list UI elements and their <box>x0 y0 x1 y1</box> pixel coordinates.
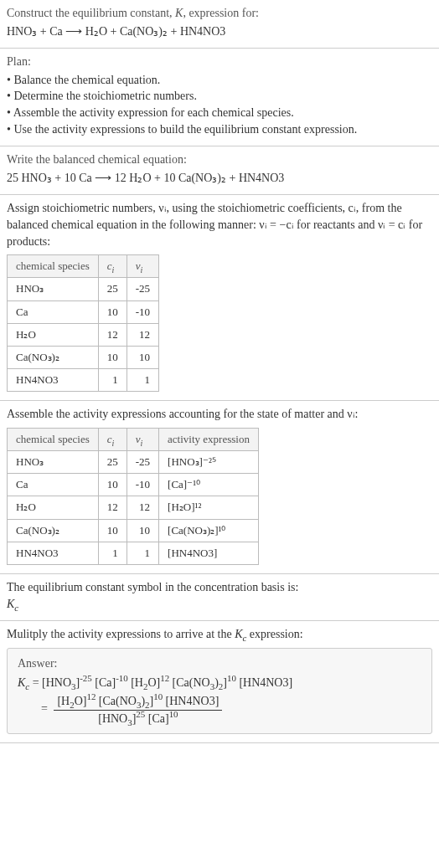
cell-species: Ca(NO₃)₂ <box>8 346 99 368</box>
plan-item: Use the activity expressions to build th… <box>7 121 432 138</box>
cell-species: HN4NO3 <box>8 542 99 564</box>
col-ci: ci <box>98 255 127 278</box>
col-vi: νi <box>127 428 158 450</box>
cell-species: HN4NO3 <box>8 369 99 392</box>
plan-section: Plan: Balance the chemical equation. Det… <box>0 49 439 146</box>
cell-expr: [HN4NO3] <box>159 542 259 564</box>
table-row: Ca(NO₃)₂ 10 10 [Ca(NO₃)₂]¹⁰ <box>8 519 259 542</box>
col-species: chemical species <box>8 255 99 278</box>
col-ci: ci <box>98 428 127 450</box>
cell-expr: [Ca]⁻¹⁰ <box>159 474 259 496</box>
stoich-section: Assign stoichiometric numbers, νᵢ, using… <box>0 195 439 401</box>
cell-vi: 1 <box>127 369 158 392</box>
col-expr: activity expression <box>159 428 259 450</box>
multiply-section: Mulitply the activity expressions to arr… <box>0 621 439 743</box>
table-row: Ca 10 -10 [Ca]⁻¹⁰ <box>8 474 259 496</box>
balanced-label: Write the balanced chemical equation: <box>7 152 432 168</box>
cell-vi: -25 <box>127 451 158 474</box>
cell-vi: 10 <box>127 346 158 368</box>
stoich-intro: Assign stoichiometric numbers, νᵢ, using… <box>7 200 432 249</box>
plan-item: Determine the stoichiometric numbers. <box>7 88 432 105</box>
cell-species: H₂O <box>8 323 99 346</box>
header-section: Construct the equilibrium constant, K, e… <box>0 0 439 49</box>
cell-vi: 12 <box>127 323 158 346</box>
cell-species: Ca(NO₃)₂ <box>8 519 99 542</box>
table-row: HNO₃ 25 -25 [HNO₃]⁻²⁵ <box>8 451 259 474</box>
answer-label: Answer: <box>18 655 421 672</box>
multiply-label: Mulitply the activity expressions to arr… <box>7 626 432 643</box>
cell-ci: 1 <box>98 369 127 392</box>
cell-species: Ca <box>8 300 99 323</box>
table-row: HN4NO3 1 1 [HN4NO3] <box>8 542 259 564</box>
activity-table: chemical species ci νi activity expressi… <box>7 428 259 565</box>
stoich-table: chemical species ci νi HNO₃ 25 -25 Ca 10… <box>7 254 159 392</box>
cell-ci: 10 <box>98 300 127 323</box>
table-row: HN4NO3 1 1 <box>8 369 159 392</box>
col-vi: νi <box>127 255 158 278</box>
cell-vi: -10 <box>127 300 158 323</box>
header-title: Construct the equilibrium constant, K, e… <box>7 7 259 19</box>
answer-fraction: [H2O]12 [Ca(NO3)2]10 [HN4NO3] [HNO3]25 [… <box>54 693 222 727</box>
table-row: H₂O 12 12 [H₂O]¹² <box>8 496 259 519</box>
cell-species: HNO₃ <box>8 278 99 300</box>
balanced-equation: 25 HNO₃ + 10 Ca ⟶ 12 H₂O + 10 Ca(NO₃)₂ +… <box>7 170 432 187</box>
equals-sign: = <box>41 702 50 715</box>
plan-list: Balance the chemical equation. Determine… <box>7 72 432 137</box>
table-row: HNO₃ 25 -25 <box>8 278 159 300</box>
cell-ci: 10 <box>98 519 127 542</box>
table-row: Ca 10 -10 <box>8 300 159 323</box>
answer-line2: = [H2O]12 [Ca(NO3)2]10 [HN4NO3] [HNO3]25… <box>41 693 421 727</box>
table-header-row: chemical species ci νi <box>8 255 159 278</box>
cell-vi: -25 <box>127 278 158 300</box>
cell-species: H₂O <box>8 496 99 519</box>
fraction-denominator: [HNO3]25 [Ca]10 <box>54 711 222 727</box>
cell-ci: 1 <box>98 542 127 564</box>
cell-species: HNO₃ <box>8 451 99 474</box>
fraction-numerator: [H2O]12 [Ca(NO3)2]10 [HN4NO3] <box>54 693 222 711</box>
kc-symbol-label: The equilibrium constant symbol in the c… <box>7 579 432 596</box>
activity-intro: Assemble the activity expressions accoun… <box>7 406 432 423</box>
cell-ci: 12 <box>98 496 127 519</box>
cell-expr: [HNO₃]⁻²⁵ <box>159 451 259 474</box>
cell-vi: 1 <box>127 542 158 564</box>
cell-vi: 10 <box>127 519 158 542</box>
col-species: chemical species <box>8 428 99 450</box>
activity-section: Assemble the activity expressions accoun… <box>0 401 439 574</box>
table-header-row: chemical species ci νi activity expressi… <box>8 428 259 450</box>
cell-ci: 10 <box>98 474 127 496</box>
cell-expr: [H₂O]¹² <box>159 496 259 519</box>
cell-ci: 25 <box>98 451 127 474</box>
plan-item: Balance the chemical equation. <box>7 72 432 89</box>
kc-symbol-section: The equilibrium constant symbol in the c… <box>0 574 439 621</box>
table-row: Ca(NO₃)₂ 10 10 <box>8 346 159 368</box>
balanced-section: Write the balanced chemical equation: 25… <box>0 146 439 195</box>
table-row: H₂O 12 12 <box>8 323 159 346</box>
cell-ci: 25 <box>98 278 127 300</box>
cell-expr: [Ca(NO₃)₂]¹⁰ <box>159 519 259 542</box>
answer-box: Answer: Kc = [HNO3]-25 [Ca]-10 [H2O]12 [… <box>7 648 432 734</box>
plan-label: Plan: <box>7 54 432 70</box>
answer-line1: Kc = [HNO3]-25 [Ca]-10 [H2O]12 [Ca(NO3)2… <box>41 675 421 691</box>
cell-species: Ca <box>8 474 99 496</box>
cell-ci: 12 <box>98 323 127 346</box>
plan-item: Assemble the activity expression for eac… <box>7 105 432 121</box>
cell-vi: 12 <box>127 496 158 519</box>
kc-symbol: Kc <box>7 596 432 613</box>
cell-vi: -10 <box>127 474 158 496</box>
cell-ci: 10 <box>98 346 127 368</box>
header-equation: HNO₃ + Ca ⟶ H₂O + Ca(NO₃)₂ + HN4NO3 <box>7 23 432 40</box>
